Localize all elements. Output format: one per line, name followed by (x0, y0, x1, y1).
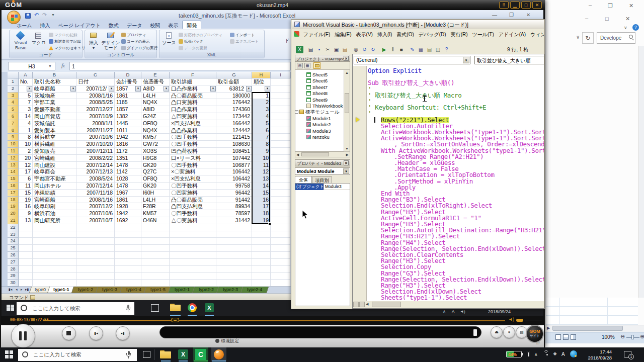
run-icon[interactable]: ▶ (380, 46, 388, 53)
cell-C24[interactable] (76, 238, 115, 245)
design-mode-icon[interactable]: ✎ (409, 46, 416, 53)
cell-C1[interactable]: 日付 (76, 78, 115, 85)
cell-D19[interactable]: 1928 (115, 203, 141, 210)
cell-G24[interactable] (216, 238, 252, 245)
cell-I14[interactable] (271, 168, 291, 175)
filter-dropdown-H[interactable]: ▼ (265, 86, 270, 92)
expansion-packs-button[interactable]: 拡張パック (179, 39, 203, 44)
properties-button[interactable]: プロパティ (121, 33, 146, 38)
row-header-27[interactable]: 27 (8, 259, 19, 266)
cell-F16[interactable]: 〇凹手数料 (170, 183, 216, 190)
row-header-30[interactable]: 30 (8, 280, 19, 287)
cell-E29[interactable] (141, 273, 170, 280)
cell-F5[interactable]: 口凸作業料 (170, 106, 216, 113)
cell-E5[interactable]: A8ID (141, 106, 170, 113)
cell-B10[interactable]: 横浜繊維 (33, 141, 76, 148)
cell-E14[interactable]: Q27C (141, 168, 170, 175)
design-mode-button[interactable]: デザインモード (101, 32, 120, 52)
cell-A18[interactable]: 19 (19, 197, 33, 204)
cell-I9[interactable] (271, 134, 291, 141)
view-object-icon[interactable]: ▦ (304, 63, 310, 68)
cell-E3[interactable]: L4LH (141, 93, 170, 100)
cell-G29[interactable] (216, 273, 252, 280)
cell-F30[interactable] (170, 280, 216, 287)
filter-dropdown-B[interactable]: ▼ (70, 86, 76, 92)
ribbon-collapse-icon[interactable]: ∨ (624, 25, 627, 30)
cell-D10[interactable]: 1816 (115, 141, 141, 148)
column-header-G[interactable]: G (216, 72, 252, 78)
cell-F8[interactable]: 凸凸作業料 (170, 127, 216, 134)
cell-A5[interactable]: 3 (19, 106, 33, 113)
cell-I3[interactable] (271, 93, 291, 100)
cell-G26[interactable] (216, 252, 252, 259)
bg-dropdown-icon[interactable]: ∨ (576, 34, 580, 40)
cell-I29[interactable] (271, 273, 291, 280)
cell-C11[interactable]: 2007/12/11 (76, 148, 115, 155)
cell-C20[interactable]: 2007/10/6 (76, 210, 115, 217)
cell-D23[interactable] (115, 231, 141, 238)
vba-menu-アドイン(A)[interactable]: アドイン(A) (496, 30, 528, 39)
cell-G6[interactable]: 173442 (216, 113, 252, 120)
cell-F24[interactable] (170, 238, 216, 245)
cell-I12[interactable] (271, 155, 291, 162)
gom-site-button[interactable]: GOM サイト (526, 325, 544, 343)
cell-F1[interactable]: 取引詳細 (170, 78, 216, 85)
cell-G17[interactable]: 96442 (216, 190, 252, 197)
bg-minimize-button[interactable]: – (589, 2, 592, 8)
row-header-5[interactable]: 5 (8, 106, 19, 113)
cell-G4[interactable]: 176442 (216, 99, 252, 106)
cell-D27[interactable] (115, 259, 141, 266)
cell-G30[interactable] (216, 280, 252, 287)
cell-I28[interactable] (271, 266, 291, 273)
fx-icon[interactable]: fx (61, 62, 65, 68)
cell-C6[interactable]: 2007/10/9 (76, 113, 115, 120)
cell-E22[interactable] (141, 224, 170, 231)
vba-menu-デバッグ(D)[interactable]: デバッグ(D) (416, 30, 448, 39)
visual-basic-button[interactable]: VisualBasic (12, 32, 30, 52)
cell-C4[interactable]: 2008/5/25 (76, 99, 115, 106)
cell-C3[interactable]: 2008/1/16 (76, 93, 115, 100)
cell-F28[interactable] (170, 266, 216, 273)
cell-A14[interactable]: 17 (19, 168, 33, 175)
cell-I18[interactable] (271, 197, 291, 204)
collapse-icon[interactable]: – (295, 110, 298, 114)
cell-F22[interactable] (170, 224, 216, 231)
column-header-A[interactable]: A (19, 72, 33, 78)
cell-I20[interactable] (271, 210, 291, 217)
view-code-icon[interactable]: ▤ (297, 63, 303, 68)
previous-button[interactable]: ▮◂ (89, 326, 103, 340)
cell-G1[interactable]: 取引金額 (216, 78, 252, 85)
cell-F10[interactable]: 〇凹手数料 (170, 141, 216, 148)
cell-G19[interactable]: 89934 (216, 203, 252, 210)
combo-left-dropdown-icon[interactable]: ▼ (463, 57, 469, 63)
cell-C13[interactable]: 2007/12/14 (76, 162, 115, 169)
cell-G3[interactable]: 180000 (216, 93, 252, 100)
properties-close-icon[interactable]: ✕ (344, 160, 349, 165)
cell-H1[interactable]: 順位 (252, 78, 271, 85)
cell-D11[interactable]: 1172 (115, 148, 141, 155)
tray-wifi-icon[interactable] (543, 350, 550, 357)
cell-G15[interactable]: 106442 (216, 175, 252, 183)
gom-volume-handle[interactable] (516, 319, 523, 322)
cell-E6[interactable]: G24Z (141, 113, 170, 120)
cell-B3[interactable]: 茨城物産 (33, 93, 76, 100)
cell-B18[interactable]: 宮崎商船 (33, 197, 76, 204)
column-header-B[interactable]: B (33, 72, 76, 78)
cell-F21[interactable]: △〇実施料 (170, 217, 216, 224)
cell-D14[interactable]: 1142 (115, 168, 141, 175)
cell-G16[interactable]: 99758 (216, 183, 252, 190)
bg-hscroll-thumb[interactable] (552, 326, 623, 331)
cell-C17[interactable]: 2007/11/18 (76, 190, 115, 197)
status-record-icon[interactable] (30, 295, 35, 300)
properties-tab-categorized[interactable]: 項目別 (312, 176, 332, 183)
vba-menu-ウィン[interactable]: ウィン (528, 30, 544, 39)
rec-tray-chevron-icon[interactable]: ∧ (443, 309, 446, 314)
filter-dropdown-A[interactable]: ▼ (27, 86, 32, 92)
cell-G20[interactable]: 78597 (216, 210, 252, 217)
cell-D25[interactable] (115, 245, 141, 252)
rec-start-button[interactable] (7, 305, 14, 312)
cell-I24[interactable] (271, 238, 291, 245)
cell-F2[interactable]: 口凸作業料 (170, 85, 216, 93)
cell-A13[interactable]: 12 (19, 162, 33, 169)
cell-I5[interactable] (271, 106, 291, 113)
